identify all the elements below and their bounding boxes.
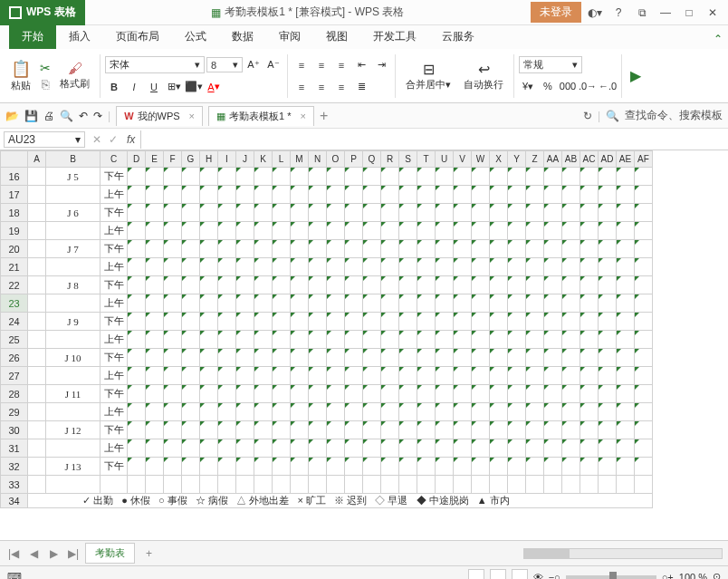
cell[interactable] bbox=[164, 458, 182, 476]
cell[interactable] bbox=[580, 349, 599, 367]
cell[interactable] bbox=[508, 168, 526, 186]
spreadsheet[interactable]: ABCDEFGHIJKLMNOPQRSTUVWXYZAAABACADAEAF16… bbox=[0, 150, 728, 540]
cell[interactable] bbox=[146, 294, 164, 313]
cell[interactable] bbox=[399, 403, 417, 421]
cell[interactable]: 下午 bbox=[101, 168, 128, 186]
cell[interactable] bbox=[417, 168, 436, 186]
col-header[interactable]: R bbox=[381, 151, 399, 168]
cell[interactable] bbox=[327, 439, 345, 458]
cell[interactable] bbox=[399, 439, 417, 458]
cell[interactable] bbox=[472, 294, 490, 313]
cell[interactable] bbox=[327, 367, 345, 385]
cell[interactable] bbox=[309, 168, 327, 186]
row-header[interactable]: 22 bbox=[1, 276, 28, 294]
cell[interactable] bbox=[526, 240, 544, 258]
cell[interactable] bbox=[309, 204, 327, 222]
row-header[interactable]: 29 bbox=[1, 403, 28, 421]
col-header[interactable]: C bbox=[101, 151, 128, 168]
cell[interactable] bbox=[599, 240, 617, 258]
cell[interactable] bbox=[617, 349, 635, 367]
cell[interactable] bbox=[254, 367, 273, 385]
cell[interactable] bbox=[254, 439, 273, 458]
cell[interactable] bbox=[599, 276, 617, 294]
cell[interactable] bbox=[128, 222, 146, 240]
cell[interactable] bbox=[200, 294, 218, 313]
cell[interactable] bbox=[617, 258, 635, 276]
align-center-icon[interactable]: ≡ bbox=[312, 78, 330, 96]
cell[interactable] bbox=[417, 439, 436, 458]
cell[interactable] bbox=[508, 258, 526, 276]
cell[interactable] bbox=[599, 385, 617, 403]
col-header[interactable]: X bbox=[490, 151, 508, 168]
cell[interactable] bbox=[617, 403, 635, 421]
cell[interactable] bbox=[345, 258, 363, 276]
cell[interactable] bbox=[128, 186, 146, 204]
cell[interactable] bbox=[399, 421, 417, 439]
zoom-level[interactable]: 100 % bbox=[679, 572, 707, 580]
cell[interactable] bbox=[363, 385, 381, 403]
cell[interactable] bbox=[490, 258, 508, 276]
cell[interactable]: 下午 bbox=[101, 313, 128, 331]
cell[interactable] bbox=[363, 240, 381, 258]
indent-left-icon[interactable]: ⇤ bbox=[352, 56, 370, 74]
cell[interactable] bbox=[580, 168, 599, 186]
cell[interactable] bbox=[508, 186, 526, 204]
cell[interactable] bbox=[254, 204, 273, 222]
col-header[interactable]: N bbox=[309, 151, 327, 168]
cell[interactable] bbox=[381, 349, 399, 367]
cell[interactable] bbox=[273, 439, 291, 458]
copy-icon[interactable]: ⎘ bbox=[42, 77, 49, 92]
cell[interactable] bbox=[254, 349, 273, 367]
cell[interactable] bbox=[417, 385, 436, 403]
cell[interactable] bbox=[599, 331, 617, 349]
cell[interactable] bbox=[562, 349, 580, 367]
cell[interactable] bbox=[146, 204, 164, 222]
col-header[interactable]: A bbox=[28, 151, 46, 168]
cell[interactable] bbox=[635, 403, 653, 421]
cell[interactable] bbox=[417, 258, 436, 276]
cell[interactable] bbox=[28, 294, 46, 313]
cell[interactable] bbox=[436, 294, 454, 313]
cell[interactable] bbox=[236, 276, 254, 294]
cell[interactable] bbox=[146, 313, 164, 331]
cell[interactable] bbox=[544, 294, 562, 313]
cell[interactable]: 上午 bbox=[101, 331, 128, 349]
cell[interactable] bbox=[436, 313, 454, 331]
cell[interactable] bbox=[273, 458, 291, 476]
cell[interactable] bbox=[436, 458, 454, 476]
cell[interactable] bbox=[635, 313, 653, 331]
cell[interactable] bbox=[617, 313, 635, 331]
cell[interactable] bbox=[562, 258, 580, 276]
cell[interactable] bbox=[309, 294, 327, 313]
cell[interactable] bbox=[526, 331, 544, 349]
cell[interactable] bbox=[345, 458, 363, 476]
cell[interactable]: 下午 bbox=[101, 421, 128, 439]
cell[interactable] bbox=[417, 458, 436, 476]
cell[interactable]: 下午 bbox=[101, 204, 128, 222]
row-header[interactable]: 32 bbox=[1, 458, 28, 476]
cell[interactable] bbox=[490, 168, 508, 186]
cell[interactable] bbox=[544, 313, 562, 331]
cell[interactable] bbox=[363, 294, 381, 313]
cell[interactable]: 下午 bbox=[101, 276, 128, 294]
cell[interactable] bbox=[345, 240, 363, 258]
cell[interactable] bbox=[146, 186, 164, 204]
cell[interactable] bbox=[617, 385, 635, 403]
cell[interactable] bbox=[236, 240, 254, 258]
cell[interactable] bbox=[580, 222, 599, 240]
cell[interactable] bbox=[128, 240, 146, 258]
tab-start[interactable]: 开始 bbox=[9, 24, 56, 49]
print-icon[interactable]: 🖨 bbox=[43, 110, 54, 122]
cell[interactable] bbox=[363, 258, 381, 276]
cell[interactable] bbox=[544, 258, 562, 276]
cell[interactable]: 上午 bbox=[101, 186, 128, 204]
col-header[interactable]: B bbox=[46, 151, 101, 168]
align-justify-icon[interactable]: ≣ bbox=[352, 78, 370, 96]
cell[interactable] bbox=[327, 204, 345, 222]
cell[interactable]: 上午 bbox=[101, 258, 128, 276]
cell[interactable] bbox=[436, 403, 454, 421]
cell[interactable] bbox=[128, 294, 146, 313]
cell[interactable] bbox=[526, 421, 544, 439]
tab-mywps[interactable]: W 我的WPS × bbox=[116, 106, 203, 126]
cell[interactable] bbox=[218, 349, 236, 367]
